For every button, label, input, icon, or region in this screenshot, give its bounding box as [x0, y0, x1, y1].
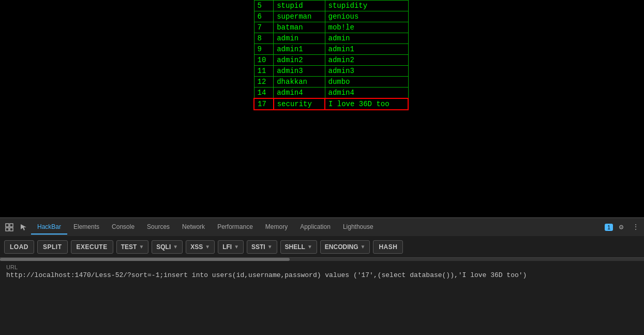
cell-id: 5: [254, 1, 274, 11]
devtools-tab-hackbar[interactable]: HackBar: [31, 220, 67, 235]
hackbar-btn-test[interactable]: TEST ▼: [116, 240, 149, 254]
cell-username: admin: [274, 33, 325, 44]
table-row: 17securityI love 36D too: [254, 98, 408, 110]
devtools-tab-performance[interactable]: Performance: [211, 220, 259, 235]
devtools-tabs-bar: HackBarElementsConsoleSourcesNetworkPerf…: [0, 217, 644, 236]
hackbar-btn-lfi[interactable]: LFI ▼: [218, 240, 244, 254]
hackbar-btn-encoding[interactable]: ENCODING ▼: [320, 240, 370, 254]
cell-username: admin4: [274, 88, 325, 99]
cell-password: admin2: [325, 55, 408, 66]
hackbar-btn-load[interactable]: LOAD: [4, 240, 34, 254]
cell-id: 14: [254, 88, 274, 99]
table-row: 8adminadmin: [254, 33, 408, 44]
table-row: 6supermangenious: [254, 11, 408, 22]
url-area: URL http://localhost:1470/Less-52/?sort=…: [0, 261, 644, 335]
settings-icon[interactable]: ⚙: [615, 221, 627, 234]
main-content: 5stupidstupidity6supermangenious7batmanm…: [0, 0, 644, 217]
devtools-tab-sources[interactable]: Sources: [141, 220, 176, 235]
svg-rect-1: [10, 224, 13, 227]
devtools-tab-console[interactable]: Console: [106, 220, 141, 235]
cell-id: 6: [254, 11, 274, 22]
hackbar-btn-hash[interactable]: HASH: [373, 240, 403, 254]
hackbar-toolbar: LOADSPLITEXECUTETEST ▼SQLI ▼XSS ▼LFI ▼SS…: [0, 236, 644, 258]
table-row: 11admin3admin3: [254, 66, 408, 77]
url-value[interactable]: http://localhost:1470/Less-52/?sort=-1;i…: [6, 271, 638, 279]
scrollbar-track: [0, 258, 644, 261]
devtools-tab-elements[interactable]: Elements: [67, 220, 106, 235]
hackbar-btn-split[interactable]: SPLIT: [37, 240, 68, 254]
more-options-icon[interactable]: ⋮: [630, 221, 642, 234]
cell-username: dhakkan: [274, 77, 325, 88]
cursor-icon[interactable]: [2, 220, 17, 235]
svg-marker-4: [21, 224, 26, 230]
devtools-tab-network[interactable]: Network: [176, 220, 211, 235]
devtools-tab-lighthouse[interactable]: Lighthouse: [337, 220, 380, 235]
hackbar-btn-xss[interactable]: XSS ▼: [186, 240, 215, 254]
cell-id: 17: [254, 98, 274, 110]
cell-username: admin3: [274, 66, 325, 77]
devtools-tabs-container: HackBarElementsConsoleSourcesNetworkPerf…: [31, 220, 380, 235]
cell-password: I love 36D too: [325, 98, 408, 110]
hackbar-btn-shell[interactable]: SHELL ▼: [280, 240, 317, 254]
svg-rect-3: [10, 228, 13, 231]
hackbar-btn-sqli[interactable]: SQLI ▼: [152, 240, 183, 254]
cell-id: 8: [254, 33, 274, 44]
cell-id: 9: [254, 44, 274, 55]
hackbar-btn-ssti[interactable]: SSTI ▼: [247, 240, 277, 254]
table-row: 14admin4admin4: [254, 88, 408, 99]
scrollbar-thumb[interactable]: [0, 258, 290, 261]
cell-password: admin4: [325, 88, 408, 99]
devtools-tab-application[interactable]: Application: [294, 220, 337, 235]
table-container: 5stupidstupidity6supermangenious7batmanm…: [253, 0, 409, 110]
cell-password: stupidity: [325, 1, 408, 11]
cell-id: 10: [254, 55, 274, 66]
cell-username: admin1: [274, 44, 325, 55]
cell-username: stupid: [274, 1, 325, 11]
pointer-icon[interactable]: [17, 220, 31, 235]
hackbar-btn-execute[interactable]: EXECUTE: [71, 240, 113, 254]
devtools-right-controls: 1 ⚙ ⋮: [605, 221, 642, 234]
cell-password: admin1: [325, 44, 408, 55]
cell-password: dumbo: [325, 77, 408, 88]
cell-username: superman: [274, 11, 325, 22]
notification-badge: 1: [605, 224, 613, 231]
svg-rect-0: [6, 224, 9, 227]
table-row: 9admin1admin1: [254, 44, 408, 55]
cell-username: batman: [274, 22, 325, 33]
table-row: 12dhakkandumbo: [254, 77, 408, 88]
cell-password: mob!le: [325, 22, 408, 33]
table-row: 5stupidstupidity: [254, 1, 408, 11]
cell-password: genious: [325, 11, 408, 22]
horizontal-scrollbar[interactable]: [0, 258, 644, 261]
url-label: URL: [6, 264, 638, 270]
cell-password: admin: [325, 33, 408, 44]
cell-id: 7: [254, 22, 274, 33]
cell-username: admin2: [274, 55, 325, 66]
table-row: 10admin2admin2: [254, 55, 408, 66]
svg-rect-2: [6, 228, 9, 231]
cell-id: 12: [254, 77, 274, 88]
data-table: 5stupidstupidity6supermangenious7batmanm…: [253, 0, 409, 110]
cell-password: admin3: [325, 66, 408, 77]
table-row: 7batmanmob!le: [254, 22, 408, 33]
hackbar-buttons-container: LOADSPLITEXECUTETEST ▼SQLI ▼XSS ▼LFI ▼SS…: [4, 240, 403, 254]
devtools-tab-memory[interactable]: Memory: [259, 220, 294, 235]
cell-username: security: [274, 98, 325, 110]
cell-id: 11: [254, 66, 274, 77]
